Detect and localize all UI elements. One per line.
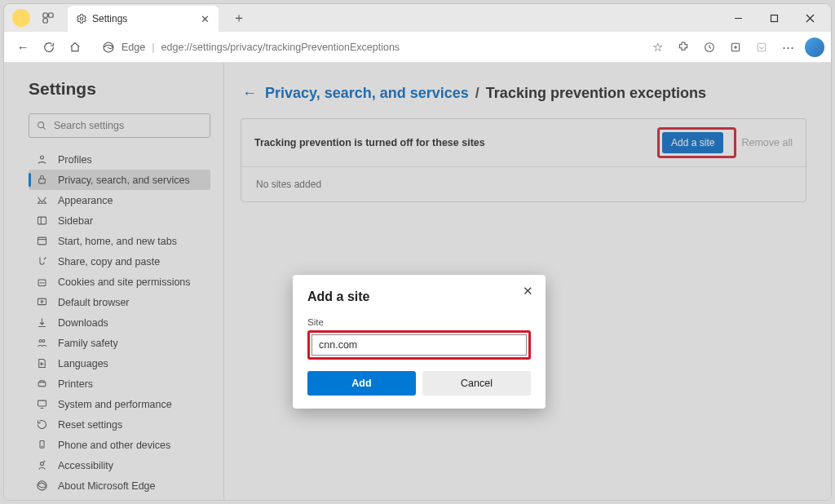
workspaces-icon[interactable] [40,10,56,26]
window-titlebar: Settings ✕ ＋ [4,4,831,32]
nav-icon [35,398,48,411]
nav-icon [35,480,48,493]
svg-rect-5 [771,15,777,21]
settings-search[interactable] [29,113,210,138]
tab-title: Settings [92,13,194,24]
svg-rect-2 [43,19,47,23]
add-site-button[interactable]: Add a site [662,132,723,153]
sidebar-item-label: Sidebar [58,215,93,227]
svg-point-26 [39,339,42,342]
profile-avatar[interactable] [12,9,30,27]
sidebar-item[interactable]: Phone and other devices [29,435,210,455]
dialog-cancel-button[interactable]: Cancel [422,371,531,396]
sidebar-item[interactable]: Cookies and site permissions [29,272,210,292]
sidebar-item-label: Appearance [58,195,113,206]
svg-point-14 [40,156,43,159]
sidebar-item[interactable]: System and performance [29,394,210,414]
sidebar-item[interactable]: Default browser [29,292,210,312]
back-button[interactable]: ← [11,35,35,60]
svg-point-25 [41,301,43,303]
address-separator: | [152,41,154,53]
dialog-title: Add a site [307,290,531,304]
share-icon[interactable] [749,35,774,60]
sidebar-item-label: Family safety [58,338,118,349]
dialog-field-label: Site [307,317,531,327]
nav-icon [35,174,48,187]
sidebar-item-label: System and performance [58,399,172,410]
svg-rect-18 [38,237,46,245]
settings-sidebar: Settings ProfilesPrivacy, search, and se… [4,63,224,500]
add-site-highlight: Add a site [657,127,736,158]
sidebar-item[interactable]: Reset settings [29,414,210,435]
dialog-close-icon[interactable]: ✕ [518,281,537,301]
new-tab-button[interactable]: ＋ [228,7,250,29]
svg-rect-0 [43,13,47,17]
nav-icon [35,296,48,309]
history-icon[interactable] [697,35,722,60]
nav-icon [35,337,48,350]
sidebar-item-label: Downloads [58,317,108,329]
dialog-add-button[interactable]: Add [307,371,416,396]
refresh-button[interactable] [37,35,61,60]
extensions-icon[interactable] [671,35,696,60]
breadcrumb-link[interactable]: Privacy, search, and services [265,85,469,102]
sidebar-item[interactable]: Downloads [29,312,210,333]
copilot-icon[interactable] [805,38,824,57]
nav-icon [35,194,48,207]
gear-icon [76,13,87,24]
sidebar-item[interactable]: Profiles [29,149,210,170]
collections-icon[interactable] [723,35,748,60]
remove-all-button: Remove all [741,137,793,148]
svg-rect-15 [38,179,45,183]
sidebar-item[interactable]: Languages [29,353,210,374]
maximize-button[interactable] [756,4,792,32]
sidebar-item[interactable]: Appearance [29,190,210,210]
site-input-highlight [307,330,531,360]
site-input[interactable] [311,334,527,356]
nav-icon [35,459,48,472]
sidebar-item-label: Privacy, search, and services [58,175,190,186]
sidebar-item-label: About Microsoft Edge [58,480,156,492]
sidebar-item-label: Printers [58,378,93,390]
sidebar-item[interactable]: Family safety [29,333,210,353]
svg-rect-1 [49,13,53,17]
nav-icon [35,214,48,228]
panel-empty-text: No sites added [241,167,806,201]
sidebar-item-label: Reset settings [58,419,122,431]
browser-toolbar: ← Edge | edge://settings/privacy/trackin… [4,32,831,63]
sidebar-item-label: Default browser [58,297,130,308]
sidebar-item[interactable]: Start, home, and new tabs [29,231,210,251]
sidebar-item-label: Accessibility [58,460,113,471]
sidebar-item[interactable]: Share, copy and paste [29,251,210,272]
svg-rect-11 [758,43,765,51]
svg-point-27 [42,339,44,342]
breadcrumb-back-icon[interactable]: ← [241,84,258,102]
sidebar-item[interactable]: Privacy, search, and services [29,170,210,190]
svg-point-12 [38,122,44,128]
close-window-button[interactable] [792,4,828,32]
sidebar-item[interactable]: About Microsoft Edge [29,475,210,496]
sidebar-item[interactable]: Accessibility [29,455,210,475]
svg-point-22 [42,282,42,283]
more-icon[interactable]: ⋯ [775,35,800,60]
close-tab-icon[interactable]: ✕ [199,13,210,24]
svg-rect-16 [38,217,46,224]
edge-icon [102,41,115,54]
svg-point-31 [42,446,42,447]
sidebar-item-label: Start, home, and new tabs [58,236,177,247]
sidebar-item[interactable]: Sidebar [29,210,210,231]
svg-rect-29 [38,400,46,406]
nav-icon [35,357,48,370]
sidebar-item[interactable]: Printers [29,374,210,394]
settings-search-input[interactable] [54,120,203,131]
browser-tab[interactable]: Settings ✕ [68,6,219,32]
svg-point-23 [43,282,44,283]
favorite-icon[interactable]: ☆ [645,35,669,60]
nav-icon [35,255,48,268]
home-button[interactable] [63,35,87,60]
minimize-button[interactable] [720,4,756,32]
panel-title: Tracking prevention is turned off for th… [254,137,657,148]
address-bar[interactable]: Edge | edge://settings/privacy/trackingP… [94,35,638,60]
nav-icon [35,418,48,431]
sidebar-item-label: Profiles [58,154,92,166]
